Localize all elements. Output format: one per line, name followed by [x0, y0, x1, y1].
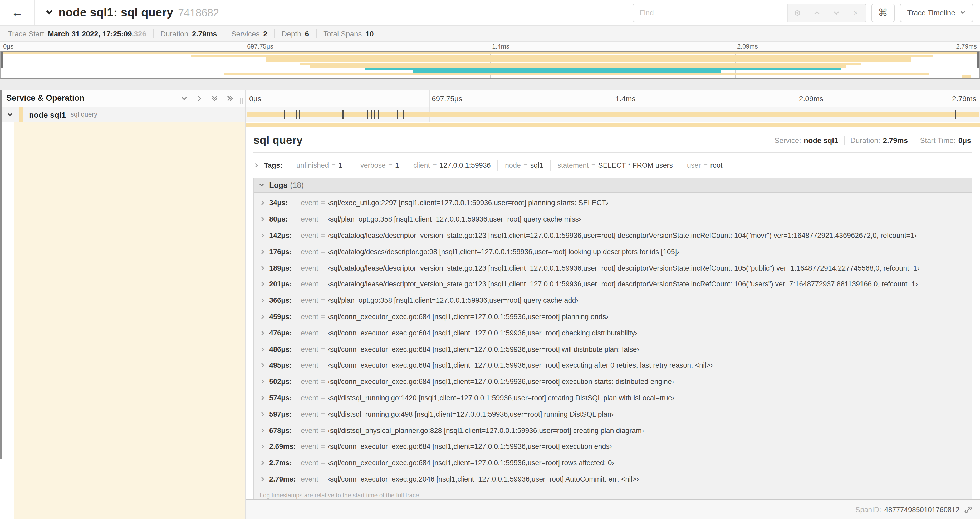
collapse-all-icon[interactable]: [211, 95, 218, 102]
tag-key: user: [687, 161, 701, 169]
log-row[interactable]: 34μs: event = ‹sql/exec_util.go:2297 [ns…: [254, 195, 972, 211]
log-row[interactable]: 2.79ms: event = ‹sql/conn_executor_exec.…: [254, 471, 972, 487]
log-row[interactable]: 495μs: event = ‹sql/conn_executor_exec.g…: [254, 357, 972, 374]
service-operation-header: Service & Operation: [0, 89, 245, 107]
log-expander-chevron-icon[interactable]: [260, 281, 269, 287]
equals-sign: =: [321, 378, 325, 386]
log-tick: [293, 110, 293, 119]
trace-info-bar: Trace Start March 31 2022, 17:25:09 .326…: [0, 25, 980, 42]
find-prev-icon[interactable]: [807, 4, 826, 21]
log-row[interactable]: 189μs: event = ‹sql/catalog/lease/descri…: [254, 260, 972, 276]
minimap-span-bar: [310, 65, 846, 67]
tag-key: _unfinished: [293, 161, 329, 169]
expand-one-icon[interactable]: [196, 95, 203, 102]
log-row[interactable]: 201μs: event = ‹sql/catalog/lease/descri…: [254, 276, 972, 292]
log-expander-chevron-icon[interactable]: [260, 428, 269, 433]
log-expander-chevron-icon[interactable]: [260, 233, 269, 238]
log-expander-chevron-icon[interactable]: [260, 297, 269, 303]
span-collapse-chevron-icon[interactable]: [7, 111, 13, 118]
log-timestamp: 34μs:: [269, 199, 300, 207]
log-row[interactable]: 2.69ms: event = ‹sql/conn_executor_exec.…: [254, 439, 972, 455]
list-scrollbar[interactable]: [0, 89, 2, 459]
viewport-drag-handle-left[interactable]: [0, 52, 3, 67]
log-row[interactable]: 486μs: event = ‹sql/conn_executor_exec.g…: [254, 341, 972, 357]
log-field-value: ‹sql/conn_executor_exec.go:684 [nsql1,cl…: [328, 329, 637, 337]
log-expander-chevron-icon[interactable]: [260, 249, 269, 255]
minimap-span-bar: [0, 52, 980, 54]
detail-stats: Service: node sql1 Duration: 2.79ms Star…: [769, 136, 972, 144]
log-expander-chevron-icon[interactable]: [260, 330, 269, 336]
log-row[interactable]: 366μs: event = ‹sql/plan_opt.go:358 [nsq…: [254, 292, 972, 309]
log-row[interactable]: 80μs: event = ‹sql/plan_opt.go:358 [nsql…: [254, 211, 972, 228]
log-row[interactable]: 476μs: event = ‹sql/conn_executor_exec.g…: [254, 325, 972, 341]
log-row[interactable]: 502μs: event = ‹sql/conn_executor_exec.g…: [254, 374, 972, 390]
log-expander-chevron-icon[interactable]: [260, 476, 269, 482]
back-button[interactable]: ←: [0, 0, 35, 25]
log-expander-chevron-icon[interactable]: [260, 395, 269, 401]
span-detail-row: sql query Service: node sql1 Duration: 2…: [0, 122, 980, 519]
log-timestamp: 486μs:: [269, 345, 300, 353]
minimap-span-bar: [191, 55, 932, 57]
column-resize-grip[interactable]: [240, 97, 243, 104]
collapse-trace-chevron-icon[interactable]: [45, 8, 53, 18]
equals-sign: =: [388, 161, 393, 169]
log-expander-chevron-icon[interactable]: [260, 216, 269, 222]
tags-expander-chevron-icon[interactable]: [253, 163, 259, 168]
log-field-key: event: [301, 475, 318, 483]
equals-sign: =: [321, 410, 325, 418]
minimap-canvas[interactable]: [0, 51, 980, 79]
collapse-one-icon[interactable]: [181, 95, 188, 102]
log-timestamp: 189μs:: [269, 264, 300, 272]
detail-stat: Duration: 2.79ms: [844, 136, 914, 144]
log-expander-chevron-icon[interactable]: [260, 363, 269, 369]
log-timestamp: 201μs:: [269, 280, 300, 288]
detail-left-column: [0, 122, 245, 519]
log-row[interactable]: 678μs: event = ‹sql/distsql_physical_pla…: [254, 422, 972, 439]
log-expander-chevron-icon[interactable]: [260, 460, 269, 466]
log-expander-chevron-icon[interactable]: [260, 379, 269, 385]
log-expander-chevron-icon[interactable]: [260, 314, 269, 319]
keyboard-shortcuts-button[interactable]: ⌘: [871, 3, 894, 22]
find-input[interactable]: [633, 4, 787, 21]
minimap-span-bar: [412, 70, 721, 72]
log-row[interactable]: 574μs: event = ‹sql/distsql_running.go:1…: [254, 390, 972, 406]
log-row[interactable]: 2.7ms: event = ‹sql/conn_executor_exec.g…: [254, 455, 972, 471]
log-row[interactable]: 142μs: event = ‹sql/catalog/lease/descri…: [254, 227, 972, 244]
view-dropdown-label: Trace Timeline: [907, 8, 955, 17]
log-timestamp: 2.69ms:: [269, 443, 300, 451]
tag-chip: client = 127.0.0.1:59936: [406, 160, 498, 171]
link-icon[interactable]: [964, 506, 972, 513]
log-expander-chevron-icon[interactable]: [260, 346, 269, 352]
tags-row[interactable]: Tags: _unfinished = 1 _verbose: [253, 160, 972, 171]
log-field-value: ‹sql/distsql_running.go:498 [nsql1,clien…: [328, 410, 614, 418]
locate-icon[interactable]: [788, 4, 807, 21]
log-field-key: event: [301, 459, 318, 467]
log-expander-chevron-icon[interactable]: [260, 265, 269, 271]
log-row[interactable]: 459μs: event = ‹sql/conn_executor_exec.g…: [254, 308, 972, 325]
log-expander-chevron-icon[interactable]: [260, 411, 269, 417]
log-tick: [953, 110, 953, 119]
log-row[interactable]: 176μs: event = ‹sql/catalog/descs/descri…: [254, 244, 972, 260]
log-row[interactable]: 597μs: event = ‹sql/distsql_running.go:4…: [254, 406, 972, 423]
expand-all-icon[interactable]: [227, 95, 234, 102]
find-next-icon[interactable]: [826, 4, 846, 21]
minimap-span-bar: [300, 62, 861, 65]
info-label: Total Spans: [323, 29, 362, 38]
viewport-drag-handle-right[interactable]: [977, 52, 980, 67]
span-row-timeline[interactable]: [245, 107, 980, 122]
info-value: March 31 2022, 17:25:09: [48, 29, 132, 38]
service-operation-title: Service & Operation: [6, 93, 181, 103]
find-clear-icon[interactable]: ×: [846, 4, 865, 21]
view-dropdown[interactable]: Trace Timeline: [900, 3, 973, 22]
log-field-key: event: [301, 345, 318, 353]
detail-span-bar[interactable]: [245, 123, 980, 127]
log-expander-chevron-icon[interactable]: [260, 200, 269, 206]
log-expander-chevron-icon[interactable]: [260, 444, 269, 450]
logs-header[interactable]: Logs (18): [254, 178, 972, 192]
detail-accent-column: [14, 122, 245, 519]
log-field-key: event: [301, 378, 318, 386]
logs-expander-chevron-icon[interactable]: [259, 182, 264, 188]
section-gap: [0, 79, 980, 89]
span-row[interactable]: node sql1 sql query: [0, 107, 980, 122]
info-value: 2.79ms: [192, 29, 217, 38]
